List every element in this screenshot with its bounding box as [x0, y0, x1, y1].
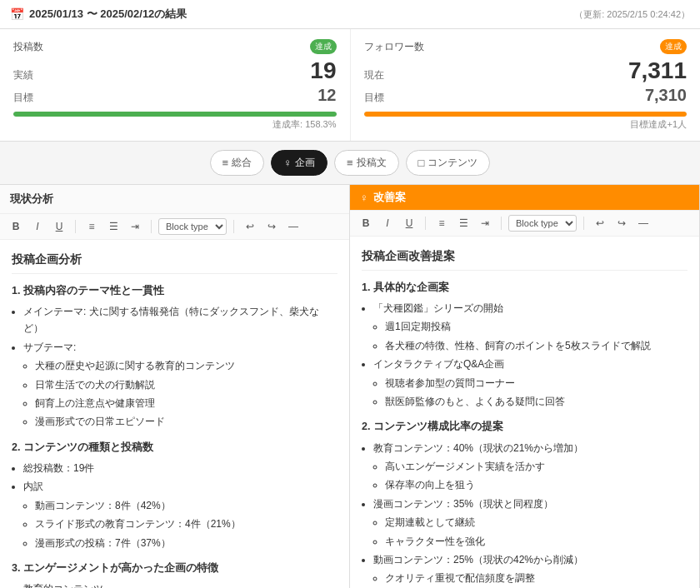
planning-icon: ♀ [283, 157, 292, 169]
followers-label: フォロワー数 達成 [364, 39, 688, 54]
tab-planning-label: 企画 [295, 156, 315, 170]
posts-target-label: 目標 [13, 91, 33, 105]
followers-actual-value: 7,311 [628, 57, 687, 84]
contents-icon: □ [418, 157, 425, 169]
tab-posts[interactable]: ≡ 投稿文 [334, 150, 399, 176]
left-toolbar: B I U ≡ ☰ ⇥ Block type Paragraph Heading… [0, 214, 349, 240]
content-area: 現状分析 B I U ≡ ☰ ⇥ Block type Paragraph He… [0, 185, 700, 588]
left-section-title: 投稿企画分析 [12, 250, 338, 274]
sub-list-item: 飼育上の注意点や健康管理 [35, 395, 338, 411]
sub-list-item: 高いエンゲージメント実績を活かす [385, 458, 688, 475]
bold-button[interactable]: B [7, 217, 25, 236]
followers-progress-bg [364, 112, 688, 117]
section-heading: 2. コンテンツの種類と投稿数 [12, 439, 338, 456]
posts-actual-label: 実績 [13, 68, 33, 82]
tabs-row: ≡ 総合 ♀ 企画 ≡ 投稿文 □ コンテンツ [0, 142, 700, 185]
followers-target-row: 目標 7,310 [364, 86, 688, 105]
list-item: 内訳動画コンテンツ：8件（42%）スライド形式の教育コンテンツ：4件（21%）漫… [23, 478, 338, 551]
summary-icon: ≡ [222, 157, 229, 169]
sub-list-item: 日常生活での犬の行動解説 [35, 376, 338, 393]
section-heading: 1. 投稿内容のテーマ性と一貫性 [12, 282, 338, 300]
left-content-body: 1. 投稿内容のテーマ性と一貫性メインテーマ: 犬に関する情報発信（特にダックス… [12, 282, 338, 588]
right-list-button[interactable]: ≡ [432, 214, 451, 232]
calendar-icon: 📅 [10, 7, 24, 21]
right-undo-button[interactable]: ↩ [591, 214, 609, 232]
section-heading: 2. コンテンツ構成比率の提案 [362, 418, 688, 436]
right-underline-button[interactable]: U [400, 214, 418, 232]
right-editor-content[interactable]: 投稿企画改善提案 1. 具体的な企画案「犬種図鑑」シリーズの開始週1回定期投稿各… [350, 237, 699, 588]
tab-planning[interactable]: ♀ 企画 [271, 150, 328, 176]
posts-progress-bg [13, 112, 337, 117]
list-item: 漫画コンテンツ：35%（現状と同程度）定期連載として継続キャラクター性を強化 [373, 496, 688, 550]
section-heading: 3. エンゲージメントが高かった企画の特徴 [12, 560, 338, 577]
posts-icon: ≡ [347, 157, 353, 169]
underline-button[interactable]: U [50, 217, 68, 236]
block-type-select[interactable]: Block type Paragraph Heading 1 Heading 2 [158, 218, 227, 235]
sub-list-item: クオリティ重視で配信頻度を調整 [385, 570, 688, 586]
tab-summary[interactable]: ≡ 総合 [210, 150, 265, 176]
date-range: 2025/01/13 〜 2025/02/12の結果 [29, 7, 187, 22]
right-toolbar: B I U ≡ ☰ ⇥ Block type Paragraph Heading… [350, 211, 699, 237]
section-heading: 1. 具体的な企画案 [362, 279, 688, 296]
right-section-title: 投稿企画改善提案 [362, 247, 688, 271]
list-item: 教育コンテンツ：40%（現状の21%から増加）高いエンゲージメント実績を活かす保… [373, 440, 688, 494]
sub-list-item: 週1回定期投稿 [385, 318, 688, 335]
italic-button[interactable]: I [28, 217, 47, 236]
right-content-body: 1. 具体的な企画案「犬種図鑑」シリーズの開始週1回定期投稿各犬種の特徴、性格、… [362, 279, 688, 588]
list-item: 「犬種図鑑」シリーズの開始週1回定期投稿各犬種の特徴、性格、飼育のポイントを5枚… [373, 300, 688, 354]
sub-list-item: 各犬種の特徴、性格、飼育のポイントを5枚スライドで解説 [385, 337, 688, 354]
posts-stat-card: 投稿数 達成 実績 19 目標 12 達成率: 158.3% [0, 29, 351, 141]
list-item: サブテーマ:犬種の歴史や起源に関する教育的コンテンツ日常生活での犬の行動解説飼育… [23, 339, 338, 431]
followers-actual-label: 現在 [364, 68, 384, 82]
posts-progress: 達成率: 158.3% [13, 112, 337, 131]
followers-target-value: 7,310 [645, 86, 687, 105]
right-sep2 [501, 217, 502, 230]
posts-progress-label: 達成率: 158.3% [13, 118, 337, 131]
right-indent-button[interactable]: ⇥ [476, 214, 494, 232]
sub-list-item: 犬種の歴史や起源に関する教育的コンテンツ [35, 357, 338, 374]
list-button[interactable]: ≡ [82, 217, 101, 236]
tab-summary-label: 総合 [232, 156, 252, 170]
right-panel-title: ♀ 改善案 [360, 190, 689, 205]
indent-button[interactable]: ⇥ [126, 217, 144, 236]
ordered-list-button[interactable]: ☰ [104, 217, 122, 236]
followers-progress-label: 目標達成+1人 [364, 118, 688, 131]
updated-time: （更新: 2025/2/15 0:24:42） [574, 8, 690, 21]
left-panel-title: 現状分析 [10, 192, 339, 207]
sep3 [233, 220, 234, 233]
posts-actual-value: 19 [310, 57, 336, 84]
sub-list-item: 漫画形式での日常エピソード [35, 413, 338, 430]
posts-target-row: 目標 12 [13, 86, 337, 105]
sub-list-item: 獣医師監修のもと、よくある疑問に回答 [385, 393, 688, 410]
sub-list-item: 視聴者参加型の質問コーナー [385, 375, 688, 391]
list-item: メインテーマ: 犬に関する情報発信（特にダックスフンド、柴犬など） [23, 303, 338, 337]
list-item: 動画コンテンツ：25%（現状の42%から削減）クオリティ重視で配信頻度を調整15… [373, 551, 688, 588]
right-panel-icon: ♀ [360, 192, 368, 204]
undo-button[interactable]: ↩ [241, 217, 259, 236]
sub-list-item: 動画コンテンツ：8件（42%） [35, 497, 338, 514]
right-italic-button[interactable]: I [378, 214, 397, 232]
right-ordered-list-button[interactable]: ☰ [454, 214, 472, 232]
right-sep3 [583, 217, 584, 230]
header: 📅 2025/01/13 〜 2025/02/12の結果 （更新: 2025/2… [0, 0, 700, 29]
followers-target-label: 目標 [364, 91, 384, 105]
posts-target-value: 12 [318, 86, 336, 105]
sub-list-item: 定期連載として継続 [385, 514, 688, 531]
sub-list-item: 漫画形式の投稿：7件（37%） [35, 535, 338, 551]
right-sep1 [425, 217, 426, 230]
followers-badge: 達成 [660, 39, 687, 54]
left-editor-content[interactable]: 投稿企画分析 1. 投稿内容のテーマ性と一貫性メインテーマ: 犬に関する情報発信… [0, 240, 349, 588]
followers-stat-card: フォロワー数 達成 現在 7,311 目標 7,310 目標達成+1人 [351, 29, 701, 141]
right-panel: ♀ 改善案 B I U ≡ ☰ ⇥ Block type Paragraph H… [350, 185, 700, 588]
tab-posts-label: 投稿文 [357, 156, 387, 170]
tab-contents[interactable]: □ コンテンツ [406, 150, 491, 176]
sep2 [151, 220, 152, 233]
right-block-type-select[interactable]: Block type Paragraph Heading 1 [508, 215, 577, 232]
right-redo-button[interactable]: ↪ [612, 214, 631, 232]
redo-button[interactable]: ↪ [262, 217, 281, 236]
sub-list-item: スライド形式の教育コンテンツ：4件（21%） [35, 516, 338, 532]
right-bold-button[interactable]: B [357, 214, 375, 232]
right-minus-button[interactable]: — [634, 214, 652, 232]
stats-row: 投稿数 達成 実績 19 目標 12 達成率: 158.3% フォロワー数 達成… [0, 29, 700, 142]
minus-button[interactable]: — [284, 217, 302, 236]
